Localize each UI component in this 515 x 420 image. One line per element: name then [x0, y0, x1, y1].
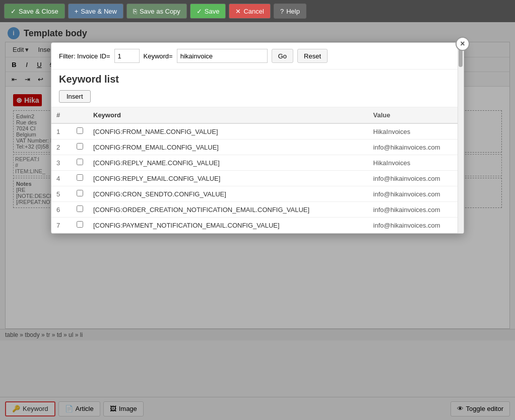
- save-close-button[interactable]: ✓ Save & Close: [4, 4, 65, 19]
- save-copy-button[interactable]: ⎘ Save as Copy: [126, 4, 187, 19]
- col-header-check: [72, 107, 88, 123]
- row-checkbox[interactable]: [77, 221, 83, 228]
- cancel-icon: ✕: [235, 8, 241, 15]
- row-keyword: [CONFIG:REPLY_NAME.CONFIG_VALUE]: [88, 155, 368, 171]
- row-checkbox-cell[interactable]: [72, 218, 88, 233]
- table-row: 7 [CONFIG:PAYMENT_NOTIFICATION_EMAIL.CON…: [51, 218, 464, 233]
- row-num: 3: [51, 155, 72, 171]
- table-row: 4 [CONFIG:REPLY_EMAIL.CONFIG_VALUE] info…: [51, 171, 464, 186]
- keyword-table-container[interactable]: # Keyword Value 1 [CONFIG:FROM_NAME.CONF…: [51, 107, 464, 233]
- row-checkbox[interactable]: [77, 190, 83, 196]
- row-checkbox[interactable]: [77, 127, 83, 134]
- row-num: 4: [51, 171, 72, 186]
- row-keyword: [CONFIG:PAYMENT_NOTIFICATION_EMAIL.CONFI…: [88, 218, 368, 233]
- filter-keyword-input[interactable]: [177, 49, 268, 63]
- reset-button[interactable]: Reset: [297, 49, 328, 63]
- row-value: info@hikainvoices.com: [368, 139, 464, 155]
- table-row: 6 [CONFIG:ORDER_CREATION_NOTIFICATION_EM…: [51, 202, 464, 218]
- modal-filter-row: Filter: Invoice ID= Keyword= Go Reset: [51, 43, 464, 69]
- row-num: 1: [51, 123, 72, 139]
- col-header-num: #: [51, 107, 72, 123]
- modal-insert-row: Insert: [51, 87, 464, 107]
- row-num: 2: [51, 139, 72, 155]
- row-num: 7: [51, 218, 72, 233]
- modal-insert-button[interactable]: Insert: [59, 90, 91, 103]
- filter-id-input[interactable]: [114, 49, 140, 63]
- row-value: info@hikainvoices.com: [368, 202, 464, 218]
- cancel-button[interactable]: ✕ Cancel: [229, 4, 270, 19]
- row-checkbox[interactable]: [77, 143, 83, 150]
- row-num: 5: [51, 186, 72, 202]
- row-keyword: [CONFIG:FROM_NAME.CONFIG_VALUE]: [88, 123, 368, 139]
- save-icon: ✓: [197, 8, 202, 15]
- modal-overlay: × Filter: Invoice ID= Keyword= Go Reset …: [0, 22, 515, 420]
- row-checkbox-cell[interactable]: [72, 202, 88, 218]
- modal-scrollbar[interactable]: [458, 43, 464, 233]
- table-row: 3 [CONFIG:REPLY_NAME.CONFIG_VALUE] HikaI…: [51, 155, 464, 171]
- checkmark-icon: ✓: [11, 8, 16, 15]
- copy-icon: ⎘: [133, 8, 137, 15]
- save-button[interactable]: ✓ Save: [190, 4, 226, 19]
- filter-keyword-label: Keyword=: [144, 52, 173, 60]
- save-new-button[interactable]: + Save & New: [68, 4, 123, 19]
- help-icon: ?: [280, 8, 284, 15]
- filter-id-label: Filter: Invoice ID=: [59, 52, 110, 60]
- keyword-modal: × Filter: Invoice ID= Keyword= Go Reset …: [51, 42, 464, 234]
- table-row: 1 [CONFIG:FROM_NAME.CONFIG_VALUE] HikaIn…: [51, 123, 464, 139]
- keyword-table: # Keyword Value 1 [CONFIG:FROM_NAME.CONF…: [51, 107, 464, 233]
- row-checkbox[interactable]: [77, 205, 83, 212]
- modal-title: Keyword list: [51, 69, 464, 87]
- col-header-keyword: Keyword: [88, 107, 368, 123]
- row-value: info@hikainvoices.com: [368, 186, 464, 202]
- row-value: info@hikainvoices.com: [368, 218, 464, 233]
- row-checkbox-cell[interactable]: [72, 171, 88, 186]
- table-row: 5 [CONFIG:CRON_SENDTO.CONFIG_VALUE] info…: [51, 186, 464, 202]
- main-content: i Template body Edit ▾ Insert ▾ View ▾ F…: [0, 22, 515, 420]
- row-checkbox-cell[interactable]: [72, 139, 88, 155]
- row-checkbox-cell[interactable]: [72, 123, 88, 139]
- plus-icon: +: [75, 8, 79, 15]
- row-value: info@hikainvoices.com: [368, 171, 464, 186]
- row-value: HikaInvoices: [368, 155, 464, 171]
- row-checkbox-cell[interactable]: [72, 155, 88, 171]
- table-header-row: # Keyword Value: [51, 107, 464, 123]
- table-row: 2 [CONFIG:FROM_EMAIL.CONFIG_VALUE] info@…: [51, 139, 464, 155]
- row-keyword: [CONFIG:CRON_SENDTO.CONFIG_VALUE]: [88, 186, 368, 202]
- row-keyword: [CONFIG:ORDER_CREATION_NOTIFICATION_EMAI…: [88, 202, 368, 218]
- help-button[interactable]: ? Help: [274, 4, 306, 19]
- row-checkbox[interactable]: [77, 174, 83, 181]
- row-keyword: [CONFIG:FROM_EMAIL.CONFIG_VALUE]: [88, 139, 368, 155]
- col-header-value: Value: [368, 107, 464, 123]
- row-checkbox[interactable]: [77, 159, 83, 165]
- modal-close-button[interactable]: ×: [456, 37, 470, 51]
- go-button[interactable]: Go: [272, 49, 293, 63]
- row-value: HikaInvoices: [368, 123, 464, 139]
- row-keyword: [CONFIG:REPLY_EMAIL.CONFIG_VALUE]: [88, 171, 368, 186]
- row-num: 6: [51, 202, 72, 218]
- row-checkbox-cell[interactable]: [72, 186, 88, 202]
- top-toolbar: ✓ Save & Close + Save & New ⎘ Save as Co…: [0, 0, 515, 22]
